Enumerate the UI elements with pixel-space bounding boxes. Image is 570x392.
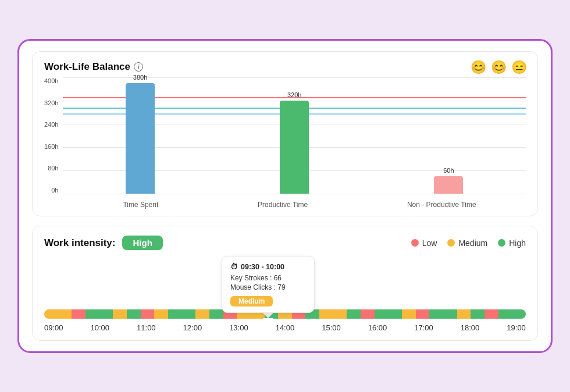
- tooltip-intensity-badge: Medium: [230, 296, 273, 307]
- seg-22: [416, 309, 430, 319]
- legend-low: Low: [411, 238, 437, 248]
- x-label-time-spent: Time Spent: [123, 201, 158, 209]
- tooltip-mouse-clicks: Mouse Clicks : 79: [230, 283, 306, 291]
- x-label-productive: Productive Time: [258, 201, 308, 209]
- seg-10: [209, 309, 223, 319]
- legend-medium: Medium: [447, 238, 487, 248]
- legend-high-label: High: [509, 238, 526, 248]
- legend-row: Low Medium High: [411, 238, 526, 248]
- seg-6: [141, 309, 155, 319]
- time-label-11: 11:00: [137, 323, 156, 332]
- tooltip-box: ⏱ 09:30 - 10:00 Key Strokes : 66 Mouse C…: [222, 256, 315, 313]
- seg-3: [86, 309, 113, 319]
- panel-title-row: Work-Life Balance i: [44, 61, 526, 73]
- time-label-12: 12:00: [183, 323, 202, 332]
- time-label-13: 13:00: [229, 323, 248, 332]
- work-life-balance-panel: Work-Life Balance i 😊 😊 😑 400h 320h 240h…: [32, 51, 538, 216]
- seg-20: [375, 309, 402, 319]
- seg-4: [113, 309, 127, 319]
- seg-9: [195, 309, 209, 319]
- dot-high: [498, 239, 505, 247]
- seg-24: [457, 309, 471, 319]
- intensity-title: Work intensity:: [44, 237, 115, 249]
- emoji-smile[interactable]: 😊: [491, 60, 507, 75]
- tooltip-area: ⏱ 09:30 - 10:00 Key Strokes : 66 Mouse C…: [44, 256, 526, 308]
- time-labels-row: 09:00 10:00 11:00 12:00 13:00 14:00 15:0…: [44, 323, 526, 332]
- bar-nonproductive: [434, 176, 463, 194]
- time-label-16: 16:00: [368, 323, 387, 332]
- bar-group-productive: 320h: [280, 91, 309, 194]
- time-label-14: 14:00: [276, 323, 295, 332]
- time-label-17: 17:00: [414, 323, 433, 332]
- seg-25: [471, 309, 484, 319]
- seg-17: [319, 309, 347, 319]
- bar-time-spent: [126, 83, 155, 194]
- y-label-0: 0h: [51, 187, 58, 194]
- seg-21: [402, 309, 416, 319]
- y-label-240: 240h: [44, 121, 58, 128]
- main-card: Work-Life Balance i 😊 😊 😑 400h 320h 240h…: [17, 39, 553, 353]
- intensity-header: Work intensity: High Low Medium High: [44, 236, 526, 250]
- bar-group-time-spent: 380h: [126, 74, 155, 194]
- bar-value-nonproductive: 60h: [443, 167, 454, 174]
- panel-title-text: Work-Life Balance: [44, 61, 130, 73]
- tooltip-time: ⏱ 09:30 - 10:00: [230, 262, 306, 271]
- time-label-19: 19:00: [507, 323, 526, 332]
- seg-5: [127, 309, 141, 319]
- bar-value-productive: 320h: [287, 91, 301, 98]
- dot-medium: [447, 239, 455, 247]
- seg-19: [361, 309, 375, 319]
- y-label-320: 320h: [44, 99, 58, 106]
- seg-2: [72, 309, 86, 319]
- work-intensity-panel: Work intensity: High Low Medium High: [32, 226, 538, 341]
- bar-group-nonproductive: 60h: [434, 167, 463, 194]
- seg-1: [44, 309, 72, 319]
- legend-medium-label: Medium: [458, 238, 487, 248]
- y-label-160: 160h: [44, 143, 58, 150]
- time-label-18: 18:00: [461, 323, 480, 332]
- emoji-row: 😊 😊 😑: [471, 60, 527, 75]
- seg-26: [484, 309, 498, 319]
- legend-low-label: Low: [422, 238, 437, 248]
- seg-27: [498, 309, 526, 319]
- tooltip-arrow: [262, 312, 274, 318]
- seg-7: [154, 309, 168, 319]
- seg-23: [429, 309, 457, 319]
- legend-high: High: [498, 238, 526, 248]
- seg-8: [168, 309, 195, 319]
- tooltip-keystrokes: Key Strokes : 66: [230, 274, 306, 282]
- seg-18: [347, 309, 361, 319]
- x-label-nonproductive: Non - Productive Time: [407, 201, 476, 209]
- time-label-10: 10:00: [91, 323, 110, 332]
- clock-icon: ⏱: [230, 262, 238, 271]
- tooltip-arrow-inner: [263, 318, 273, 323]
- y-label-400: 400h: [44, 77, 58, 84]
- time-label-9: 09:00: [44, 323, 63, 332]
- dot-low: [411, 239, 419, 247]
- emoji-neutral[interactable]: 😑: [511, 60, 527, 75]
- intensity-badge: High: [122, 236, 162, 250]
- info-icon[interactable]: i: [134, 62, 143, 72]
- tooltip-time-text: 09:30 - 10:00: [241, 263, 284, 271]
- y-label-80: 80h: [48, 165, 58, 172]
- bar-productive: [280, 101, 309, 194]
- emoji-happy[interactable]: 😊: [471, 60, 486, 75]
- time-label-15: 15:00: [322, 323, 341, 332]
- bar-value-time-spent: 380h: [133, 74, 147, 81]
- grid-line-0: [63, 194, 526, 194]
